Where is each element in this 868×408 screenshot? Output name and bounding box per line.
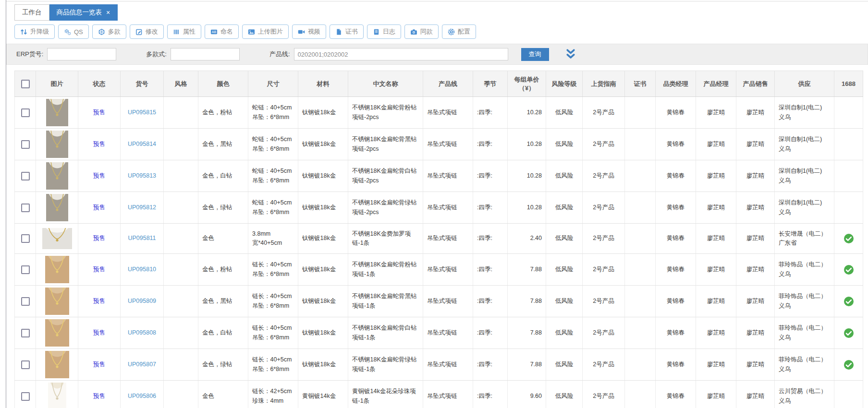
cell-color: 金色，白钻 <box>198 160 248 192</box>
cell-supplier: 长安增晟（电二） 广东省 <box>775 224 834 254</box>
tab-workbench[interactable]: 工作台 <box>14 4 49 21</box>
product-photo[interactable] <box>45 351 69 378</box>
status-link[interactable]: 预售 <box>93 141 105 147</box>
row-checkbox[interactable] <box>21 360 30 369</box>
sku-link[interactable]: UP095809 <box>128 298 156 304</box>
product-photo[interactable] <box>48 383 66 408</box>
cell-sku: UP095813 <box>121 160 164 192</box>
status-link[interactable]: 预售 <box>93 204 105 211</box>
erp-code-input[interactable] <box>47 48 116 60</box>
row-checkbox[interactable] <box>21 234 30 243</box>
toolbar-button-camera[interactable]: 同款 <box>404 24 439 39</box>
toolbar-button-edit[interactable]: 修改 <box>130 24 164 39</box>
row-checkbox[interactable] <box>21 140 30 149</box>
product-photo[interactable] <box>42 228 72 249</box>
cell-price: 7.88 <box>508 286 546 317</box>
cell-season: :四季: <box>473 349 508 381</box>
toolbar-button-image[interactable]: 上传图片 <box>242 24 289 39</box>
expand-filters-chevron-down-icon[interactable] <box>564 48 577 60</box>
cell-sku: UP095811 <box>121 224 164 254</box>
sku-link[interactable]: UP095812 <box>128 204 156 211</box>
cell-status: 预售 <box>78 160 121 192</box>
row-checkbox[interactable] <box>21 392 30 401</box>
row-checkbox[interactable] <box>21 108 30 117</box>
status-link[interactable]: 预售 <box>93 329 105 336</box>
cell-guide: 2号产品 <box>583 254 625 286</box>
toolbar-button-gear[interactable]: 配置 <box>442 24 476 39</box>
status-link[interactable]: 预售 <box>93 235 105 241</box>
status-link[interactable]: 预售 <box>93 298 105 304</box>
row-checkbox[interactable] <box>21 297 30 306</box>
toolbar-button-updown[interactable]: 升降级 <box>14 24 55 39</box>
table-row: 预售UP095809金色，黑钻链长：40+5cm 吊坠：6*8mm钛钢镀18k金… <box>15 286 863 317</box>
sku-link[interactable]: UP095807 <box>128 361 156 368</box>
cell-cert <box>625 97 656 129</box>
toolbar-button-barcode[interactable]: 属性 <box>167 24 201 39</box>
cell-price: 10.28 <box>508 160 546 192</box>
cell-color: 金色，绿钻 <box>198 349 248 381</box>
header-row: 图片状态货号风格颜色尺寸材料中文名称产品线季节每组单价 （¥）风险等级上货指南证… <box>15 71 863 97</box>
cell-cert <box>625 160 656 192</box>
cell-photo <box>36 129 78 160</box>
sku-link[interactable]: UP095814 <box>128 141 156 147</box>
status-link[interactable]: 预售 <box>93 266 105 273</box>
cell-style <box>164 317 198 349</box>
close-icon[interactable]: × <box>106 9 110 16</box>
row-checkbox[interactable] <box>21 329 30 337</box>
product-photo[interactable] <box>46 194 68 221</box>
status-link[interactable]: 预售 <box>93 109 105 116</box>
toolbar-button-multi[interactable]: 多款 <box>92 24 126 39</box>
cell-photo <box>36 381 78 408</box>
cell-check <box>834 192 863 224</box>
toolbar-button-gears[interactable]: QS <box>58 24 89 39</box>
sku-link[interactable]: UP095811 <box>128 235 156 241</box>
cell-supplier: 菲玲饰品（电二） 义乌 <box>775 349 834 381</box>
toolbar-button-naming[interactable]: 命名 <box>205 24 239 39</box>
cell-color: 金色，黑钻 <box>198 286 248 317</box>
status-link[interactable]: 预售 <box>93 393 105 399</box>
product-photo[interactable] <box>45 319 69 347</box>
cell-name: 不锈钢18K金扁蛇骨绿钻项链-1条 <box>348 349 423 381</box>
column-header-label: 每组单价 （¥） <box>514 76 539 92</box>
row-checkbox[interactable] <box>21 172 30 180</box>
cell-risk: 低风险 <box>546 286 583 317</box>
multi-style-input[interactable] <box>171 48 240 60</box>
sku-link[interactable]: UP095810 <box>128 266 156 273</box>
row-checkbox[interactable] <box>21 265 30 274</box>
product-photo[interactable] <box>45 256 69 283</box>
cell-supplier: 深圳自制1(电二) 义乌 <box>775 160 834 192</box>
sku-link[interactable]: UP095808 <box>128 329 156 336</box>
column-header-name: 中文名称 <box>348 71 423 97</box>
toolbar-button-video[interactable]: 视频 <box>292 24 326 39</box>
cell-season: :四季: <box>473 381 508 408</box>
tab-product-info-list[interactable]: 商品信息一览表 × <box>49 4 118 21</box>
sku-link[interactable]: UP095813 <box>128 172 156 179</box>
cell-style <box>164 254 198 286</box>
column-header-price: 每组单价 （¥） <box>508 71 546 97</box>
row-checkbox[interactable] <box>21 204 30 212</box>
gear-icon <box>448 28 455 36</box>
product-photo[interactable] <box>46 162 68 190</box>
sku-link[interactable]: UP095806 <box>128 393 156 399</box>
sku-link[interactable]: UP095815 <box>128 109 156 116</box>
cell-price: 10.28 <box>508 192 546 224</box>
product-photo[interactable] <box>45 288 69 315</box>
status-link[interactable]: 预售 <box>93 172 105 179</box>
cell-prod_mgr: 廖芷晴 <box>696 317 736 349</box>
cell-supplier: 深圳自制1(电二) 义乌 <box>775 97 834 129</box>
toolbar-button-book[interactable]: 日志 <box>367 24 401 39</box>
select-all-checkbox[interactable] <box>21 80 30 88</box>
status-link[interactable]: 预售 <box>93 361 105 368</box>
cell-cat_mgr: 黄锦春 <box>656 129 696 160</box>
column-header-label: 品类经理 <box>663 80 688 87</box>
product-line-input[interactable] <box>294 48 508 60</box>
product-photo[interactable] <box>46 131 68 158</box>
product-table-area: 图片状态货号风格颜色尺寸材料中文名称产品线季节每组单价 （¥）风险等级上货指南证… <box>14 71 868 408</box>
search-button[interactable]: 查询 <box>521 48 549 61</box>
cell-name: 不锈钢18K金扁蛇骨黑钻项链-1条 <box>348 286 423 317</box>
cell-season: :四季: <box>473 286 508 317</box>
filter-bar: ERP货号: 多款式: 产品线: 查询 <box>6 44 868 65</box>
cell-prod_mgr: 廖芷晴 <box>696 254 736 286</box>
toolbar-button-file[interactable]: 证书 <box>330 24 364 39</box>
product-photo[interactable] <box>46 99 68 126</box>
